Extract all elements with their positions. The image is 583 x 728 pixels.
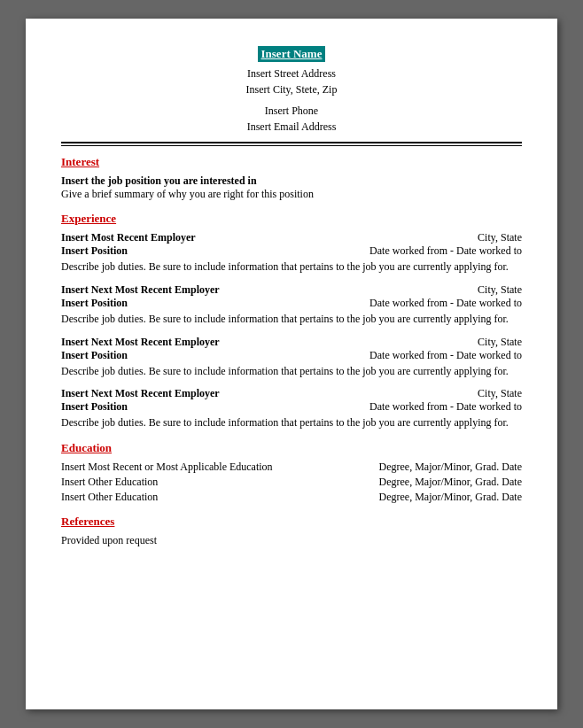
header-address: Insert Street Address [61,66,522,81]
city-state-1: City, State [478,231,522,244]
dates-2: Date worked from - Date worked to [369,297,522,310]
city-state-4: City, State [478,387,522,400]
header-email: Insert Email Address [61,119,522,135]
job-desc-4: Describe job duties. Be sure to include … [61,415,522,430]
employer-row-2: Insert Next Most Recent Employer City, S… [61,283,522,297]
city-state-2: City, State [478,283,522,297]
employer-row-3: Insert Next Most Recent Employer City, S… [61,336,522,349]
edu-school-1: Insert Most Recent or Most Applicable Ed… [61,461,379,474]
header-phone: Insert Phone [61,103,522,119]
employer-name-4: Insert Next Most Recent Employer [61,387,220,400]
education-title: Education [61,441,522,455]
position-2: Insert Position [61,297,128,310]
employer-row-1: Insert Most Recent Employer City, State [61,231,522,244]
job-desc-1: Describe job duties. Be sure to include … [61,259,522,275]
position-3: Insert Position [61,349,128,362]
edu-entry-3: Insert Other Education Degree, Major/Min… [61,491,522,504]
header-city-state-zip: Insert City, Stete, Zip [61,81,522,97]
interest-title: Interest [61,155,522,169]
edu-school-3: Insert Other Education [61,491,379,504]
interest-job-position: Insert the job position you are interest… [61,174,522,188]
edu-degree-2: Degree, Major/Minor, Grad. Date [379,476,522,489]
position-1: Insert Position [61,244,128,258]
position-row-4: Insert Position Date worked from - Date … [61,400,522,414]
edu-entry-1: Insert Most Recent or Most Applicable Ed… [61,461,522,474]
experience-section: Experience Insert Most Recent Employer C… [61,212,522,430]
job-desc-2: Describe job duties. Be sure to include … [61,312,522,327]
edu-degree-1: Degree, Major/Minor, Grad. Date [379,461,522,474]
job-entry-1: Insert Most Recent Employer City, State … [61,231,522,275]
education-section: Education Insert Most Recent or Most App… [61,441,522,504]
dates-1: Date worked from - Date worked to [369,244,522,258]
job-entry-2: Insert Next Most Recent Employer City, S… [61,283,522,327]
employer-name-2: Insert Next Most Recent Employer [61,283,220,297]
references-section: References Provided upon request [61,515,522,547]
dates-4: Date worked from - Date worked to [369,400,522,414]
position-4: Insert Position [61,400,128,414]
employer-name-1: Insert Most Recent Employer [61,231,196,244]
references-text: Provided upon request [61,534,522,547]
dates-3: Date worked from - Date worked to [369,349,522,362]
employer-name-3: Insert Next Most Recent Employer [61,336,220,349]
job-desc-3: Describe job duties. Be sure to include … [61,364,522,379]
experience-title: Experience [61,212,522,226]
edu-degree-3: Degree, Major/Minor, Grad. Date [379,491,522,504]
divider-bottom [61,145,522,146]
city-state-3: City, State [478,336,522,349]
employer-row-4: Insert Next Most Recent Employer City, S… [61,387,522,400]
edu-school-2: Insert Other Education [61,476,379,489]
resume-page: Insert Name Insert Street Address Insert… [26,19,557,709]
divider-top [61,142,522,143]
page-wrapper: Insert Name Insert Street Address Insert… [0,0,583,728]
position-row-1: Insert Position Date worked from - Date … [61,244,522,258]
interest-description: Give a brief summary of why you are righ… [61,188,522,201]
interest-section: Interest Insert the job position you are… [61,155,522,201]
position-row-2: Insert Position Date worked from - Date … [61,297,522,310]
job-entry-4: Insert Next Most Recent Employer City, S… [61,387,522,430]
edu-entry-2: Insert Other Education Degree, Major/Min… [61,476,522,489]
references-title: References [61,515,522,529]
resume-header: Insert Name Insert Street Address Insert… [61,45,522,135]
job-entry-3: Insert Next Most Recent Employer City, S… [61,336,522,379]
insert-name[interactable]: Insert Name [258,46,326,62]
position-row-3: Insert Position Date worked from - Date … [61,349,522,362]
